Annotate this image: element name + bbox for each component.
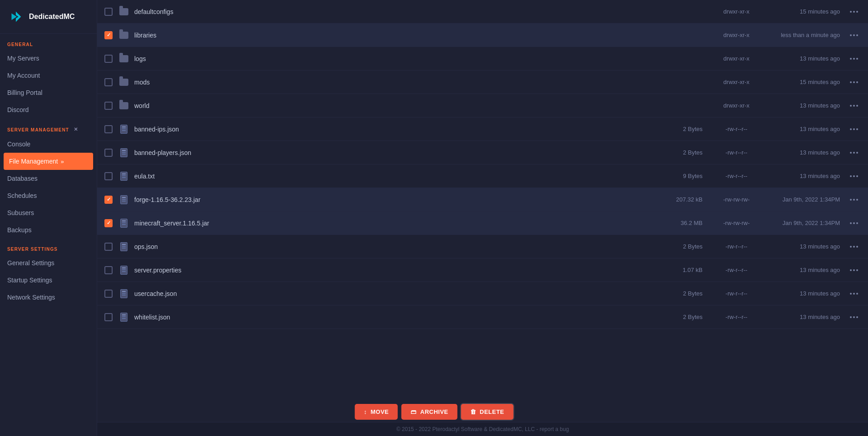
file-menu-button[interactable] [847, 314, 861, 320]
file-icon [120, 219, 127, 228]
sidebar-item-network-settings[interactable]: Network Settings [0, 289, 97, 306]
sidebar-item-databases[interactable]: Databases [0, 170, 97, 187]
archive-button[interactable]: 🗃 ARCHIVE [401, 404, 458, 420]
menu-dot-icon [850, 246, 852, 248]
file-menu-button[interactable] [847, 267, 861, 273]
file-name[interactable]: defaultconfigs [134, 8, 666, 15]
menu-dot-icon [850, 128, 852, 130]
sidebar-item-my-servers[interactable]: My Servers [0, 50, 97, 67]
menu-dot-icon [856, 34, 858, 36]
sidebar-item-my-account[interactable]: My Account [0, 67, 97, 84]
file-name[interactable]: banned-players.json [134, 149, 666, 156]
archive-icon: 🗃 [410, 408, 417, 415]
sidebar-item-general-settings[interactable]: General Settings [0, 254, 97, 272]
sidebar-item-label: Subusers [7, 209, 34, 216]
sidebar-item-file-management[interactable]: File Management» [4, 153, 93, 170]
file-name[interactable]: libraries [134, 32, 666, 39]
file-date: 13 minutes ago [761, 267, 847, 273]
file-size: 2 Bytes [666, 314, 712, 320]
file-checkbox[interactable] [104, 196, 113, 204]
file-checkbox[interactable] [104, 172, 113, 180]
delete-button[interactable]: 🗑 DELETE [461, 404, 514, 420]
file-permissions: -rw-r--r-- [712, 149, 761, 156]
table-row: librariesdrwxr-xr-xless than a minute ag… [97, 23, 868, 47]
file-name[interactable]: server.properties [134, 267, 666, 274]
file-checkbox[interactable] [104, 313, 113, 321]
file-permissions: drwxr-xr-x [712, 32, 761, 38]
file-menu-button[interactable] [847, 244, 861, 249]
table-row: whitelist.json2 Bytes-rw-r--r--13 minute… [97, 305, 868, 329]
file-permissions: -rw-r--r-- [712, 126, 761, 132]
sidebar-item-label: My Account [7, 72, 40, 79]
file-checkbox[interactable] [104, 55, 113, 63]
sidebar-item-discord[interactable]: Discord [0, 101, 97, 118]
menu-dot-icon [853, 246, 855, 248]
menu-dot-icon [853, 128, 855, 130]
action-bar: ↕ MOVE 🗃 ARCHIVE 🗑 DELETE [355, 404, 514, 420]
file-name[interactable]: forge-1.16.5-36.2.23.jar [134, 196, 666, 203]
move-label: MOVE [371, 408, 389, 415]
file-checkbox[interactable] [104, 219, 113, 227]
file-menu-button[interactable] [847, 56, 861, 61]
move-button[interactable]: ↕ MOVE [355, 404, 398, 420]
file-name[interactable]: usercache.json [134, 290, 666, 297]
sidebar-item-subusers[interactable]: Subusers [0, 204, 97, 221]
table-row: worlddrwxr-xr-x13 minutes ago [97, 94, 868, 117]
main-content: defaultconfigsdrwxr-xr-x15 minutes agoli… [97, 0, 868, 436]
file-checkbox[interactable] [104, 78, 113, 86]
menu-dot-icon [853, 34, 855, 36]
menu-dot-icon [853, 152, 855, 154]
menu-dot-icon [850, 269, 852, 271]
folder-icon [119, 8, 128, 15]
menu-dot-icon [853, 58, 855, 60]
file-name[interactable]: eula.txt [134, 173, 666, 180]
file-menu-button[interactable] [847, 127, 861, 132]
file-checkbox[interactable] [104, 149, 113, 157]
file-size: 2 Bytes [666, 126, 712, 132]
file-name[interactable]: whitelist.json [134, 314, 666, 321]
file-menu-button[interactable] [847, 197, 861, 202]
file-menu-button[interactable] [847, 9, 861, 14]
file-permissions: drwxr-xr-x [712, 55, 761, 62]
file-name[interactable]: mods [134, 79, 666, 86]
menu-dot-icon [850, 105, 852, 107]
file-menu-button[interactable] [847, 33, 861, 38]
file-menu-button[interactable] [847, 220, 861, 226]
file-checkbox[interactable] [104, 31, 113, 39]
folder-icon [119, 32, 128, 39]
file-checkbox[interactable] [104, 243, 113, 251]
menu-dot-icon [856, 58, 858, 60]
sidebar-item-console[interactable]: Console [0, 136, 97, 153]
file-checkbox[interactable] [104, 102, 113, 110]
file-menu-button[interactable] [847, 291, 861, 296]
sidebar-item-backups[interactable]: Backups [0, 221, 97, 239]
file-checkbox[interactable] [104, 290, 113, 298]
file-menu-button[interactable] [847, 103, 861, 108]
file-name[interactable]: logs [134, 55, 666, 62]
file-date: 13 minutes ago [761, 102, 847, 109]
file-menu-button[interactable] [847, 150, 861, 155]
file-checkbox[interactable] [104, 125, 113, 133]
file-checkbox[interactable] [104, 266, 113, 274]
file-name[interactable]: ops.json [134, 243, 666, 250]
table-row: banned-ips.json2 Bytes-rw-r--r--13 minut… [97, 117, 868, 141]
file-name[interactable]: minecraft_server.1.16.5.jar [134, 220, 666, 227]
sidebar-item-startup-settings[interactable]: Startup Settings [0, 272, 97, 289]
file-permissions: -rw-r--r-- [712, 314, 761, 320]
sidebar: DedicatedMC GENERALMy ServersMy AccountB… [0, 0, 97, 436]
file-name[interactable]: world [134, 102, 666, 109]
menu-dot-icon [853, 316, 855, 318]
file-size: 207.32 kB [666, 196, 712, 203]
sidebar-item-label: Databases [7, 175, 38, 182]
delete-label: DELETE [480, 408, 504, 415]
sidebar-item-billing-portal[interactable]: Billing Portal [0, 84, 97, 101]
file-menu-button[interactable] [847, 173, 861, 179]
file-date: 13 minutes ago [761, 149, 847, 156]
file-checkbox[interactable] [104, 8, 113, 16]
file-name[interactable]: banned-ips.json [134, 126, 666, 133]
menu-dot-icon [856, 11, 858, 13]
sidebar-item-label: Network Settings [7, 294, 55, 301]
file-menu-button[interactable] [847, 80, 861, 85]
folder-icon [119, 55, 128, 62]
sidebar-item-schedules[interactable]: Schedules [0, 187, 97, 204]
